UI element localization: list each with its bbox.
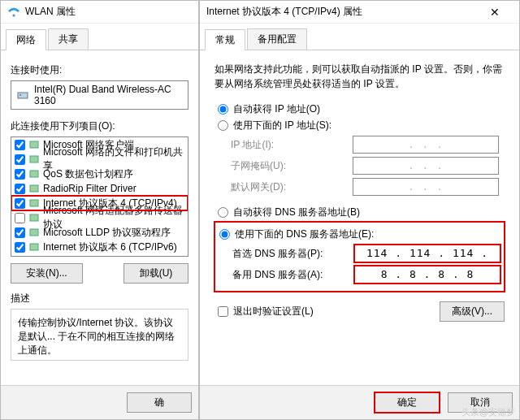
ipv4-titlebar: Internet 协议版本 4 (TCP/IPv4) 属性 ✕ (200, 1, 519, 24)
list-item-checkbox[interactable] (15, 154, 25, 165)
dns-section-highlight: 使用下面的 DNS 服务器地址(E): 首选 DNS 服务器(P):114 . … (214, 222, 505, 292)
dns2-label: 备用 DNS 服务器(A): (232, 268, 354, 282)
list-item[interactable]: Microsoft 网络的文件和打印机共享 (11, 152, 188, 167)
tab-general[interactable]: 常规 (205, 29, 245, 50)
dns2-input[interactable]: 8 . 8 . 8 . 8 (354, 266, 500, 284)
close-icon[interactable]: ✕ (477, 1, 513, 24)
wlan-bottom-bar: 确 (1, 385, 198, 419)
ip-label: IP 地址(I): (231, 138, 353, 152)
radio-auto-dns[interactable]: 自动获得 DNS 服务器地址(B) (218, 206, 505, 219)
radio-manual-dns-input[interactable] (219, 229, 230, 240)
component-icon (28, 139, 40, 150)
ipv4-tabs: 常规 备用配置 (200, 24, 519, 50)
gw-label: 默认网关(D): (231, 180, 353, 194)
tab-alternate[interactable]: 备用配置 (247, 28, 307, 50)
radio-auto-dns-input[interactable] (218, 207, 228, 218)
advanced-button[interactable]: 高级(V)... (440, 301, 505, 322)
radio-auto-ip-input[interactable] (218, 104, 228, 115)
connect-using-label: 连接时使用: (11, 63, 188, 77)
wlan-ok-button[interactable]: 确 (127, 392, 192, 413)
components-listbox[interactable]: Microsoft 网络客户端Microsoft 网络的文件和打印机共享QoS … (11, 136, 188, 257)
list-item-label: Internet 协议版本 6 (TCP/IPv6) (43, 240, 177, 254)
svg-rect-7 (30, 200, 38, 206)
radio-manual-ip-input[interactable] (218, 120, 228, 131)
wlan-tabs: 网络 共享 (1, 24, 198, 50)
svg-rect-5 (30, 171, 38, 177)
list-item-label: RadioRip Filter Driver (43, 183, 136, 194)
dns1-label: 首选 DNS 服务器(P): (232, 247, 354, 261)
component-icon (28, 168, 40, 180)
list-item-checkbox[interactable] (15, 198, 25, 209)
list-item-checkbox[interactable] (15, 242, 25, 253)
radio-auto-ip[interactable]: 自动获得 IP 地址(O) (218, 102, 505, 116)
component-icon (28, 183, 40, 194)
ip-input[interactable]: . . . (353, 136, 499, 154)
desc-heading: 描述 (11, 292, 188, 305)
ipv4-bottom-bar: 确定 取消 (200, 385, 519, 419)
install-button[interactable]: 安装(N)... (11, 263, 83, 284)
component-icon (28, 154, 40, 165)
tab-network[interactable]: 网络 (6, 29, 46, 50)
component-icon (28, 241, 40, 253)
desc-box: 传输控制协议/Internet 协议。该协议是默认... 于在不同的相互连接的网… (11, 309, 188, 361)
list-item-label: Microsoft LLDP 协议驱动程序 (43, 226, 171, 240)
svg-point-0 (12, 14, 15, 16)
dns1-input[interactable]: 114 . 114 . 114 . 114 (354, 245, 500, 262)
cancel-button[interactable]: 取消 (448, 392, 513, 413)
wifi-icon (7, 6, 20, 19)
svg-rect-8 (30, 214, 38, 221)
mask-input[interactable]: . . . (353, 157, 499, 175)
list-item-checkbox[interactable] (15, 140, 25, 150)
validate-on-exit[interactable]: 退出时验证设置(L) (218, 305, 314, 318)
svg-rect-9 (30, 229, 38, 236)
wlan-dialog: WLAN 属性 网络 共享 连接时使用: Intel(R) Dual Band … (0, 0, 199, 420)
list-item[interactable]: Microsoft LLDP 协议驱动程序 (11, 225, 188, 240)
gw-input[interactable]: . . . (353, 178, 499, 196)
ipv4-dialog: Internet 协议版本 4 (TCP/IPv4) 属性 ✕ 常规 备用配置 … (199, 0, 520, 420)
list-item-checkbox[interactable] (15, 227, 25, 238)
wlan-title: WLAN 属性 (25, 5, 192, 19)
list-item-checkbox[interactable] (15, 184, 25, 194)
wlan-titlebar: WLAN 属性 (1, 1, 198, 24)
list-item-label: QoS 数据包计划程序 (43, 167, 133, 181)
adapter-box: Intel(R) Dual Band Wireless-AC 3160 (11, 80, 188, 110)
list-item-checkbox[interactable] (15, 169, 25, 180)
ok-button[interactable]: 确定 (375, 392, 440, 413)
svg-point-2 (20, 94, 21, 96)
list-item-checkbox[interactable] (15, 213, 25, 223)
svg-rect-1 (18, 93, 28, 98)
component-icon (28, 227, 40, 238)
component-icon (28, 212, 40, 223)
list-item[interactable]: Internet 协议版本 6 (TCP/IPv6) (11, 240, 188, 254)
tab-sharing[interactable]: 共享 (48, 28, 89, 50)
uninstall-button[interactable]: 卸载(U) (124, 263, 188, 284)
radio-manual-ip[interactable]: 使用下面的 IP 地址(S): (218, 119, 505, 132)
svg-rect-4 (30, 156, 38, 162)
radio-manual-dns[interactable]: 使用下面的 DNS 服务器地址(E): (219, 227, 503, 241)
intro-text: 如果网络支持此功能，则可以获取自动指派的 IP 设置。否则，你需要从网络系统管理… (214, 62, 505, 91)
ipv4-title: Internet 协议版本 4 (TCP/IPv4) 属性 (206, 5, 477, 19)
mask-label: 子网掩码(U): (231, 159, 353, 173)
svg-rect-10 (30, 244, 38, 250)
svg-rect-3 (30, 141, 38, 148)
validate-checkbox[interactable] (218, 306, 228, 317)
svg-rect-6 (30, 185, 38, 192)
list-item[interactable]: RadioRip Filter Driver (11, 181, 188, 196)
list-item[interactable]: Microsoft 网络适配器多路传送器协议 (11, 210, 188, 225)
adapter-icon (16, 89, 29, 102)
items-label: 此连接使用下列项目(O): (11, 119, 188, 133)
component-icon (28, 197, 40, 209)
adapter-name: Intel(R) Dual Band Wireless-AC 3160 (34, 84, 183, 106)
